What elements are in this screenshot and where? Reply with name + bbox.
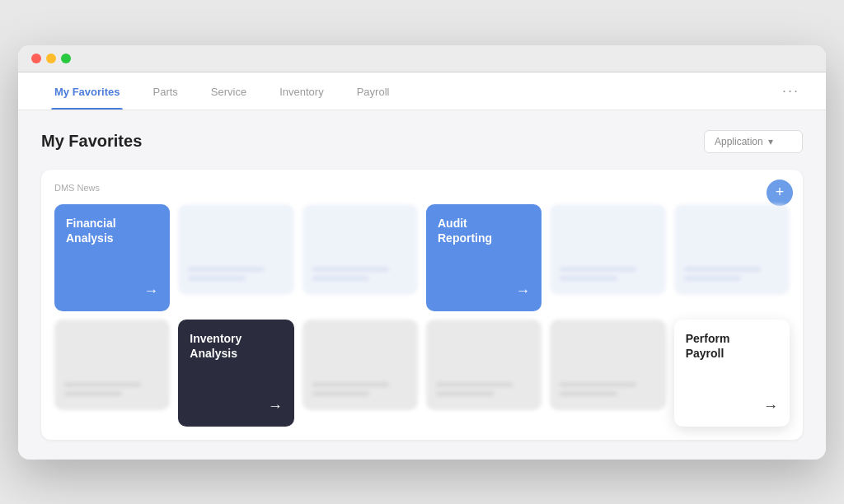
card-gray-4 [550, 320, 665, 410]
nav-tab-my-favorites[interactable]: My Favorites [38, 72, 136, 110]
arrow-icon: → [515, 282, 530, 300]
app-header: My Favorites Parts Service Inventory Pay… [18, 72, 826, 110]
card-audit-reporting[interactable]: AuditReporting → [426, 204, 542, 311]
traffic-light-yellow[interactable] [46, 54, 56, 63]
nav-tab-parts[interactable]: Parts [136, 72, 194, 110]
add-button[interactable]: + [767, 180, 793, 206]
browser-chrome [18, 45, 826, 72]
browser-window: My Favorites Parts Service Inventory Pay… [18, 45, 826, 460]
card-title: PerformPayroll [686, 331, 778, 361]
card-title: FinancialAnalysis [66, 216, 158, 245]
section-label: DMS News [54, 183, 790, 193]
traffic-light-red[interactable] [31, 54, 41, 63]
card-placeholder-2 [302, 204, 418, 295]
card-gray-2 [302, 320, 418, 410]
card-gray-3 [426, 320, 542, 410]
card-title: InventoryAnalysis [190, 331, 282, 361]
traffic-light-green[interactable] [61, 54, 71, 63]
card-inventory-analysis[interactable]: InventoryAnalysis → [178, 320, 293, 427]
card-section: DMS News + FinancialAnalysis → [41, 170, 803, 440]
card-title: AuditReporting [438, 216, 530, 245]
cards-row-2: InventoryAnalysis → [54, 320, 790, 427]
arrow-icon: → [268, 398, 283, 415]
page-content: My Favorites Application ▾ DMS News + Fi… [18, 110, 826, 460]
application-select[interactable]: Application ▾ [704, 130, 803, 153]
card-placeholder-4 [674, 204, 790, 295]
cards-row-1: FinancialAnalysis → AuditReporting → [54, 204, 790, 311]
card-placeholder-1 [178, 204, 293, 295]
page-header: My Favorites Application ▾ [41, 130, 803, 153]
traffic-lights [31, 54, 813, 63]
arrow-icon: → [763, 398, 778, 415]
nav-tab-inventory[interactable]: Inventory [263, 72, 340, 110]
nav-tab-service[interactable]: Service [195, 72, 263, 110]
card-financial-analysis[interactable]: FinancialAnalysis → [54, 204, 170, 311]
chevron-down-icon: ▾ [768, 136, 773, 147]
arrow-icon: → [143, 282, 158, 300]
nav-tabs: My Favorites Parts Service Inventory Pay… [38, 72, 776, 110]
card-perform-payroll[interactable]: PerformPayroll → [674, 320, 790, 427]
page-title: My Favorites [41, 132, 142, 151]
nav-more-button[interactable]: ··· [776, 82, 806, 100]
card-placeholder-3 [550, 204, 665, 295]
card-gray-1 [54, 320, 170, 410]
nav-tab-payroll[interactable]: Payroll [340, 72, 406, 110]
